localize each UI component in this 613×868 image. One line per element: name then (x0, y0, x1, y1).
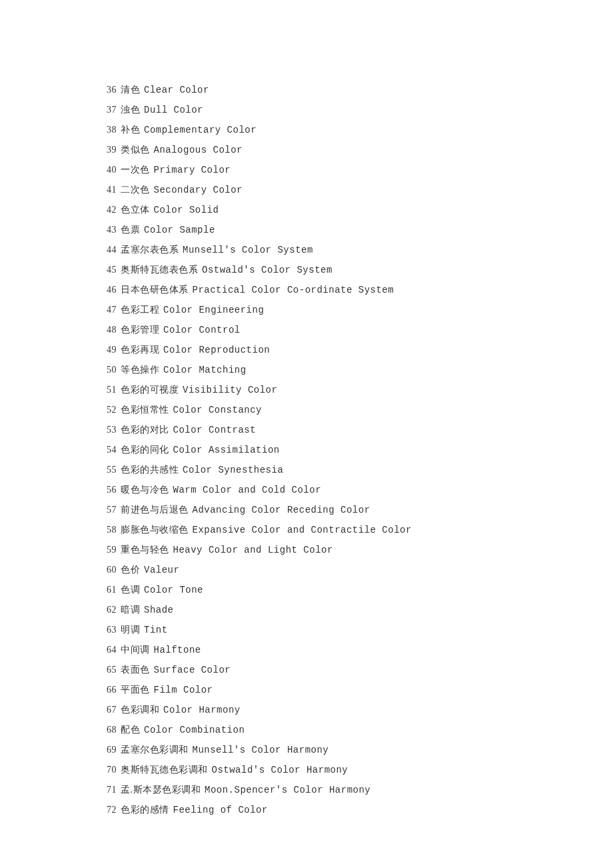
list-item: 66平面色Film Color (107, 680, 613, 700)
item-english: Expansive Color and Contractile Color (193, 525, 412, 535)
item-number: 66 (107, 685, 117, 695)
document-content: 36清色Clear Color37浊色Dull Color38补色Complem… (0, 0, 613, 820)
list-item: 40一次色Primary Color (107, 160, 613, 180)
item-number: 59 (107, 545, 117, 555)
item-number: 54 (107, 445, 117, 455)
item-number: 41 (107, 185, 117, 195)
item-english: Munsell's Color System (183, 245, 313, 255)
item-number: 65 (107, 665, 117, 675)
item-chinese: 表面色 (121, 665, 150, 675)
list-item: 58膨胀色与收缩色Expansive Color and Contractile… (107, 520, 613, 540)
item-chinese: 浊色 (121, 105, 140, 115)
list-item: 57前进色与后退色Advancing Color Receding Color (107, 500, 613, 520)
item-number: 58 (107, 525, 117, 535)
item-chinese: 色彩管理 (121, 325, 159, 335)
item-chinese: 膨胀色与收缩色 (121, 525, 189, 535)
item-chinese: 色彩的共感性 (121, 465, 179, 475)
item-english: Primary Color (154, 165, 231, 175)
list-item: 59重色与轻色Heavy Color and Light Color (107, 540, 613, 560)
item-number: 52 (107, 405, 117, 415)
list-item: 64中间调Halftone (107, 640, 613, 660)
list-item: 67色彩调和Color Harmony (107, 700, 613, 720)
item-number: 36 (107, 85, 117, 95)
list-item: 53色彩的对比Color Contrast (107, 420, 613, 440)
list-item: 62暗调Shade (107, 600, 613, 620)
item-english: Color Engineering (163, 305, 264, 315)
item-number: 44 (107, 245, 117, 255)
item-number: 60 (107, 565, 117, 575)
item-number: 69 (107, 745, 117, 755)
item-number: 55 (107, 465, 117, 475)
item-number: 43 (107, 225, 117, 235)
item-chinese: 明调 (121, 625, 140, 635)
list-item: 61色调Color Tone (107, 580, 613, 600)
item-english: Warm Color and Cold Color (173, 485, 322, 495)
item-english: Complementary Color (144, 125, 257, 135)
item-english: Heavy Color and Light Color (173, 545, 333, 555)
list-item: 38补色Complementary Color (107, 120, 613, 140)
item-english: Color Contrast (173, 425, 257, 435)
item-english: Color Tone (144, 585, 203, 595)
list-item: 41二次色Secondary Color (107, 180, 613, 200)
item-chinese: 前进色与后退色 (121, 505, 189, 515)
item-chinese: 孟塞尔表色系 (121, 245, 179, 255)
item-number: 67 (107, 705, 117, 715)
item-english: Practical Color Co-ordinate System (193, 285, 394, 295)
list-item: 60色价Valeur (107, 560, 613, 580)
item-number: 63 (107, 625, 117, 635)
item-english: Valeur (144, 565, 179, 575)
item-english: Analogous Color (154, 145, 243, 155)
item-chinese: 色彩的可视度 (121, 385, 179, 395)
item-english: Munsell's Color Harmony (193, 745, 329, 755)
item-english: Moon.Spencer's Color Harmony (205, 785, 370, 795)
list-item: 51色彩的可视度Visibility Color (107, 380, 613, 400)
item-english: Color Harmony (163, 705, 241, 715)
item-chinese: 等色操作 (121, 365, 159, 375)
item-english: Color Reproduction (163, 345, 270, 355)
list-item: 37浊色Dull Color (107, 100, 613, 120)
item-english: Tint (144, 625, 168, 635)
item-number: 49 (107, 345, 117, 355)
item-number: 40 (107, 165, 117, 175)
item-number: 45 (107, 265, 117, 275)
item-number: 53 (107, 425, 117, 435)
item-chinese: 色彩的对比 (121, 425, 169, 435)
item-number: 48 (107, 325, 117, 335)
item-number: 50 (107, 365, 117, 375)
item-chinese: 孟.斯本瑟色彩调和 (121, 785, 201, 795)
list-item: 47色彩工程Color Engineering (107, 300, 613, 320)
item-english: Feeling of Color (173, 805, 268, 815)
item-english: Dull Color (144, 105, 203, 115)
item-number: 42 (107, 205, 117, 215)
item-number: 39 (107, 145, 117, 155)
item-english: Color Sample (144, 225, 215, 235)
list-item: 43色票Color Sample (107, 220, 613, 240)
item-english: Shade (144, 605, 174, 615)
item-english: Ostwald's Color Harmony (212, 765, 348, 775)
list-item: 56暖色与冷色Warm Color and Cold Color (107, 480, 613, 500)
item-chinese: 孟塞尔色彩调和 (121, 745, 189, 755)
item-english: Surface Color (154, 665, 231, 675)
item-chinese: 色票 (121, 225, 140, 235)
item-chinese: 奥斯特瓦德表色系 (121, 265, 198, 275)
item-number: 62 (107, 605, 117, 615)
list-item: 39类似色Analogous Color (107, 140, 613, 160)
item-chinese: 二次色 (121, 185, 150, 195)
list-item: 36清色Clear Color (107, 80, 613, 100)
list-item: 55色彩的共感性Color Synesthesia (107, 460, 613, 480)
item-number: 68 (107, 725, 117, 735)
item-english: Color Assimilation (173, 445, 280, 455)
item-number: 38 (107, 125, 117, 135)
item-number: 57 (107, 505, 117, 515)
item-chinese: 色彩再现 (121, 345, 159, 355)
item-chinese: 类似色 (121, 145, 150, 155)
item-english: Film Color (154, 685, 213, 695)
item-chinese: 暖色与冷色 (121, 485, 169, 495)
list-item: 45奥斯特瓦德表色系Ostwald's Color System (107, 260, 613, 280)
item-chinese: 色彩调和 (121, 705, 159, 715)
list-item: 69孟塞尔色彩调和Munsell's Color Harmony (107, 740, 613, 760)
item-chinese: 色彩的同化 (121, 445, 169, 455)
item-chinese: 暗调 (121, 605, 140, 615)
list-item: 52色彩恒常性Color Constancy (107, 400, 613, 420)
item-english: Color Constancy (173, 405, 263, 415)
